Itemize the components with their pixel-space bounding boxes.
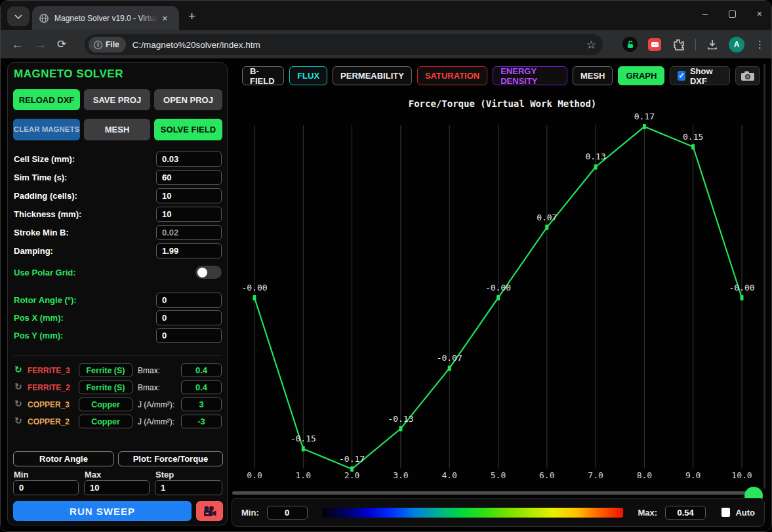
- extensions-icon[interactable]: [672, 38, 685, 51]
- horizontal-scrollbar[interactable]: [232, 491, 761, 495]
- forward-icon[interactable]: →: [34, 37, 47, 52]
- material-name: FERRITE_2: [28, 383, 70, 392]
- show-dxf-button[interactable]: ✓ Show DXF: [670, 66, 730, 85]
- screenshot-button[interactable]: [735, 66, 760, 85]
- svg-text:8.0: 8.0: [637, 470, 652, 480]
- clear-magnets-button[interactable]: CLEAR MAGNETS: [13, 119, 80, 140]
- lock-extension-icon[interactable]: [622, 37, 638, 52]
- svg-text:9.0: 9.0: [685, 470, 701, 480]
- material-type-button[interactable]: Ferrite (S): [79, 363, 132, 377]
- svg-text:0.07: 0.07: [537, 213, 557, 222]
- saturation-button[interactable]: SATURATION: [417, 66, 487, 85]
- save-proj-button[interactable]: SAVE PROJ: [84, 89, 150, 110]
- pos-y-input[interactable]: [156, 328, 222, 343]
- svg-text:0.13: 0.13: [585, 152, 605, 161]
- material-row: ↻ FERRITE_2 Ferrite (S) Bmax:: [8, 380, 227, 394]
- thickness-input[interactable]: [156, 207, 222, 222]
- svg-text:2.0: 2.0: [344, 470, 359, 480]
- force-torque-chart[interactable]: 0.01.02.03.04.05.06.07.08.09.010.0-0.00-…: [230, 92, 768, 493]
- material-type-button[interactable]: Copper: [79, 398, 132, 411]
- window-close-button[interactable]: ×: [757, 9, 762, 19]
- stroke-min-b-label: Stroke Min B:: [14, 228, 69, 237]
- tab-close-icon[interactable]: ×: [162, 12, 168, 24]
- svg-text:-0.13: -0.13: [388, 414, 413, 424]
- file-chip[interactable]: i File: [89, 37, 126, 52]
- auto-label: Auto: [735, 508, 755, 518]
- svg-text:0.17: 0.17: [634, 112, 655, 121]
- material-row: ↻ COPPER_2 Copper J (A/mm²):: [8, 415, 227, 428]
- damping-input[interactable]: [156, 243, 222, 258]
- bookmark-star-icon[interactable]: ☆: [586, 38, 596, 52]
- material-name: COPPER_2: [28, 417, 70, 426]
- sim-time-input[interactable]: [156, 170, 222, 185]
- graph-button[interactable]: GRAPH: [618, 66, 664, 85]
- min-label: Min: [14, 470, 28, 480]
- minimize-button[interactable]: –: [702, 9, 708, 19]
- b-field-button[interactable]: B-FIELD: [242, 66, 284, 85]
- material-qty-label: J (A/mm²):: [138, 400, 174, 409]
- refresh-icon[interactable]: ↻: [14, 398, 22, 409]
- stroke-min-b-input[interactable]: [156, 225, 222, 240]
- mesh-button[interactable]: MESH: [84, 119, 150, 140]
- mesh-view-button[interactable]: MESH: [573, 66, 613, 85]
- pos-x-input[interactable]: [156, 310, 222, 325]
- rotor-angle-input[interactable]: [156, 293, 222, 308]
- material-qty-label: J (A/mm²):: [138, 417, 174, 426]
- cell-size-input[interactable]: [156, 152, 222, 167]
- menu-icon[interactable]: ⋮: [755, 39, 765, 51]
- sweep-max-input[interactable]: [84, 480, 150, 495]
- material-value-input[interactable]: [181, 415, 222, 428]
- use-polar-grid-label: Use Polar Grid:: [14, 268, 76, 277]
- show-dxf-checkbox[interactable]: ✓: [678, 71, 685, 81]
- vertical-scrollbar[interactable]: [763, 64, 765, 489]
- colormap-gradient: [322, 508, 624, 518]
- reload-icon[interactable]: ⟳: [57, 37, 66, 51]
- new-tab-button[interactable]: +: [188, 10, 195, 22]
- avatar[interactable]: A: [729, 37, 744, 52]
- svg-text:3.0: 3.0: [393, 470, 408, 480]
- use-polar-grid-toggle[interactable]: [195, 266, 222, 279]
- max-label: Max: [85, 470, 101, 480]
- auto-checkbox[interactable]: [721, 508, 730, 517]
- sweep-min-input[interactable]: [13, 480, 79, 495]
- flux-button[interactable]: FLUX: [289, 66, 327, 85]
- cell-size-label: Cell Size (mm):: [14, 154, 75, 164]
- padding-input[interactable]: [156, 188, 222, 203]
- material-value-input[interactable]: [181, 380, 222, 394]
- maximize-button[interactable]: [729, 10, 736, 18]
- sweep-param-button[interactable]: Rotor Angle: [13, 451, 114, 466]
- back-icon[interactable]: ←: [11, 37, 24, 52]
- material-name: FERRITE_3: [28, 366, 70, 375]
- svg-text:-0.07: -0.07: [437, 353, 462, 363]
- record-sweep-button[interactable]: [196, 501, 223, 521]
- open-proj-button[interactable]: OPEN PROJ: [154, 89, 222, 110]
- refresh-icon[interactable]: ↻: [14, 381, 22, 392]
- browser-tab[interactable]: Magneto Solver v19.0 - Virtual W ×: [32, 6, 179, 30]
- sweep-plot-button[interactable]: Plot: Force/Torque: [118, 451, 223, 466]
- address-bar[interactable]: i File C:/magneto%20solver/index.htm ☆: [85, 34, 603, 55]
- material-value-input[interactable]: [181, 363, 222, 377]
- refresh-icon[interactable]: ↻: [14, 415, 22, 426]
- colormap-min-input[interactable]: [267, 506, 308, 520]
- download-icon[interactable]: [706, 39, 718, 51]
- url-text[interactable]: C:/magneto%20solver/index.htm: [132, 40, 586, 50]
- energy-density-button[interactable]: ENERGY DENSITY: [493, 66, 567, 85]
- svg-text:-0.15: -0.15: [291, 434, 316, 443]
- camera-icon: [741, 70, 755, 81]
- tab-strip: Magneto Solver v19.0 - Virtual W × + – ×: [1, 1, 771, 30]
- reload-dxf-button[interactable]: RELOAD DXF: [13, 89, 80, 110]
- material-value-input[interactable]: [181, 398, 222, 411]
- red-extension-icon[interactable]: [648, 38, 661, 51]
- colormap-max-input[interactable]: [665, 506, 706, 520]
- material-type-button[interactable]: Copper: [79, 415, 132, 428]
- pos-x-label: Pos X (mm):: [14, 313, 64, 323]
- solve-field-button[interactable]: SOLVE FIELD: [154, 119, 222, 140]
- permeability-button[interactable]: PERMEABILITY: [333, 66, 412, 85]
- app-content: MAGNETO SOLVER RELOAD DXF SAVE PROJ OPEN…: [1, 58, 771, 532]
- refresh-icon[interactable]: ↻: [14, 364, 22, 375]
- tab-search-button[interactable]: [7, 7, 30, 26]
- svg-text:0.15: 0.15: [683, 132, 703, 142]
- sweep-step-input[interactable]: [155, 480, 222, 495]
- material-type-button[interactable]: Ferrite (S): [79, 380, 132, 394]
- run-sweep-button[interactable]: RUN SWEEP: [13, 501, 192, 521]
